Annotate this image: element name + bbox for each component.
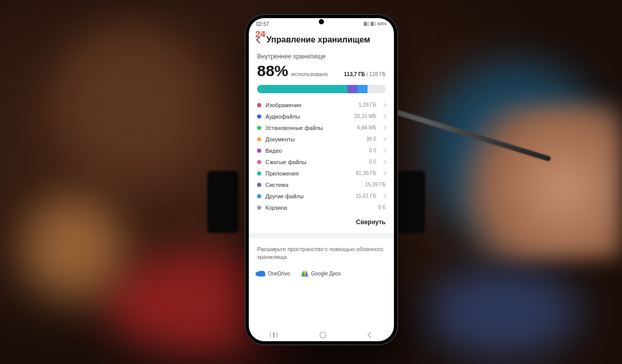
percent-value: 88% — [257, 62, 288, 80]
category-size: 20,15 МБ — [354, 113, 376, 119]
category-dot-icon — [257, 137, 261, 141]
category-row[interactable]: Другие файлы15,61 ГБ — [257, 191, 386, 202]
battery-text: 84% — [377, 21, 387, 26]
category-dot-icon — [257, 206, 261, 210]
gdrive-icon — [301, 270, 308, 276]
onedrive-icon — [257, 271, 265, 276]
category-label: Аудиофайлы — [265, 113, 300, 120]
category-size: 0 б — [369, 148, 376, 153]
chevron-right-icon — [382, 171, 386, 175]
status-right: 84% — [364, 21, 387, 26]
cloud-prompt: Расширьте пространство с помощью облачно… — [249, 238, 394, 271]
cloud-services-row: OneDrive Google Диск — [249, 270, 394, 281]
chevron-right-icon — [382, 137, 386, 141]
category-label: Изображения — [265, 102, 301, 108]
status-time: 02:57 — [256, 21, 269, 27]
used-of-total: 113,7 ГБ / 128 ГБ — [344, 71, 386, 77]
category-row[interactable]: Аудиофайлы20,15 МБ — [257, 111, 386, 122]
category-label: Установочные файлы — [265, 125, 323, 131]
category-size: 0 б — [369, 159, 376, 165]
usage-bar — [257, 85, 386, 93]
category-dot-icon — [257, 126, 261, 130]
category-row[interactable]: Видео0 б — [257, 145, 386, 156]
category-size: 36 б — [366, 136, 376, 142]
slash: / — [365, 71, 369, 77]
bar-segment — [257, 85, 347, 93]
category-size: 1,28 ГБ — [359, 102, 376, 108]
nav-back-icon[interactable] — [367, 332, 373, 338]
category-row: Система15,39 ГБ — [257, 179, 386, 191]
category-size: 4,84 МБ — [357, 125, 376, 130]
bar-segment — [357, 85, 367, 93]
category-dot-icon — [257, 114, 261, 119]
category-label: Сжатые файлы — [265, 159, 306, 165]
category-row[interactable]: Сжатые файлы0 б — [257, 156, 386, 168]
category-dot-icon — [257, 183, 261, 187]
category-size: 15,61 ГБ — [356, 193, 376, 199]
used-value: 113,7 ГБ — [344, 71, 365, 77]
onedrive-button[interactable]: OneDrive — [257, 271, 290, 276]
chevron-right-icon — [382, 125, 386, 129]
category-label: Видео — [265, 148, 282, 154]
nav-home-icon[interactable] — [320, 332, 326, 338]
category-size: 81,36 ГБ — [356, 170, 376, 176]
category-label: Система — [265, 182, 288, 188]
divider — [249, 233, 394, 238]
category-row[interactable]: Установочные файлы4,84 МБ — [257, 122, 386, 134]
wifi-icon — [364, 22, 369, 26]
chevron-right-icon — [382, 159, 386, 164]
category-dot-icon — [257, 171, 261, 176]
front-camera — [319, 19, 324, 24]
total-value: 128 ГБ — [370, 71, 386, 77]
category-row: Корзина0 б — [257, 202, 386, 213]
gdrive-button[interactable]: Google Диск — [301, 270, 341, 276]
nav-bar — [249, 328, 394, 341]
onedrive-label: OneDrive — [268, 271, 290, 276]
category-dot-icon — [257, 149, 261, 153]
percent-row: 88% использовано 113,7 ГБ / 128 ГБ — [257, 62, 386, 80]
chevron-right-icon — [382, 148, 386, 152]
category-row[interactable]: Приложения81,36 ГБ — [257, 168, 386, 179]
signal-icon — [371, 22, 376, 26]
category-row[interactable]: Изображения1,28 ГБ — [257, 99, 386, 111]
chevron-right-icon — [382, 194, 386, 198]
category-dot-icon — [257, 194, 261, 198]
category-dot-icon — [257, 160, 261, 164]
category-label: Корзина — [265, 205, 287, 211]
storage-summary: Внутреннее хранилище 88% использовано 11… — [249, 50, 394, 213]
bar-segment — [347, 85, 358, 93]
category-label: Приложения — [265, 170, 299, 177]
gdrive-label: Google Диск — [311, 271, 341, 276]
header: Управление хранилищем — [249, 28, 394, 50]
category-label: Документы — [265, 136, 295, 142]
category-label: Другие файлы — [265, 193, 304, 199]
category-dot-icon — [257, 103, 261, 107]
chevron-right-icon — [382, 103, 386, 107]
category-size: 15,39 ГБ — [365, 182, 386, 187]
phone-frame: 02:57 84% 24 Управление хранилищем Внутр… — [245, 14, 398, 345]
page-title: Управление хранилищем — [266, 35, 370, 45]
category-row[interactable]: Документы36 б — [257, 134, 386, 145]
overlay-badge: 24 — [255, 30, 265, 40]
chevron-right-icon — [382, 114, 386, 118]
screen: 02:57 84% 24 Управление хранилищем Внутр… — [249, 18, 394, 341]
category-size: 0 б — [378, 205, 386, 210]
internal-storage-label: Внутреннее хранилище — [257, 53, 386, 60]
collapse-button[interactable]: Свернуть — [249, 213, 394, 233]
percent-sublabel: использовано — [291, 71, 328, 77]
nav-recent-icon[interactable] — [270, 332, 277, 338]
category-list: Изображения1,28 ГБАудиофайлы20,15 МБУста… — [257, 99, 386, 213]
